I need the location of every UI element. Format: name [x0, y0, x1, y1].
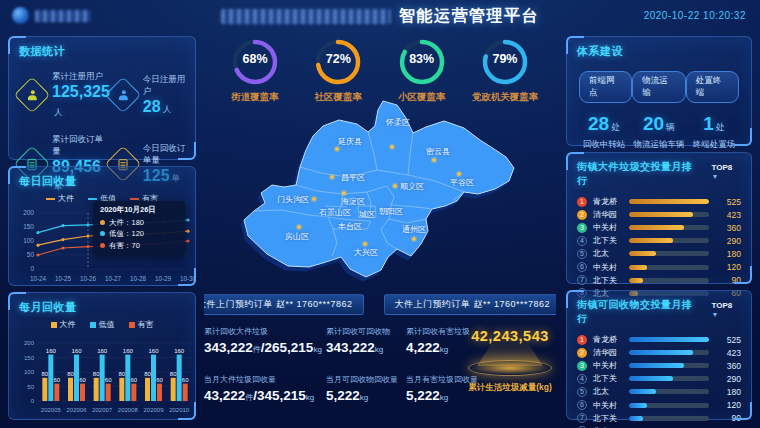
ranking-bar-track [629, 251, 709, 256]
legend-swatch [51, 322, 57, 328]
svg-text:202007: 202007 [92, 407, 113, 413]
svg-text:0: 0 [30, 265, 34, 272]
svg-text:202010: 202010 [169, 407, 190, 413]
gauge-community-coverage: 72% 社区覆盖率 [297, 38, 379, 104]
ticker-order-item: 大件上门预约订单 赵** 1760***7862 [384, 294, 556, 315]
order-ticker: 大件上门预约订单 赵** 1760***7862 大件上门预约订单 赵** 17… [204, 294, 556, 315]
registered-users-icon [28, 90, 37, 100]
ranking-value: 360 [715, 223, 741, 233]
svg-text:0: 0 [31, 398, 35, 404]
ranking-bar-fill [629, 251, 656, 256]
system-tabs: 前端网点 物流运输 处置终端 [567, 61, 751, 103]
ranking-name: 北下关 [593, 235, 623, 246]
svg-text:50: 50 [27, 384, 34, 390]
ranking-name: 北太 [593, 248, 623, 259]
tab-frontend-outlets[interactable]: 前端网点 [579, 71, 632, 103]
ranking-value: 180 [715, 387, 741, 397]
svg-text:160: 160 [123, 348, 134, 354]
ranking-bar-track [629, 337, 709, 342]
summary-v1: 343,222 [326, 340, 375, 355]
rank-badge: 7 [577, 413, 587, 423]
panel-title: 街镇可回收物交投量月排行 [567, 291, 711, 328]
ranking-bar-track [629, 199, 709, 204]
svg-text:202006: 202006 [66, 407, 87, 413]
panel-ranking-bulky-waste: 街镇大件垃圾交投量月排行 TOP8 ▼ 1青龙桥5252清华园4233中关村36… [566, 152, 752, 284]
ranking-row: 5北太180 [577, 247, 741, 260]
ticker-track: 大件上门预约订单 赵** 1760***7862 大件上门预约订单 赵** 17… [204, 294, 556, 315]
legend-swatch [129, 322, 135, 328]
district-dot [363, 242, 367, 246]
tooltip-row: 有害：70 [100, 240, 178, 251]
tooltip-dot [100, 231, 105, 236]
ranking-value: 525 [715, 197, 741, 207]
district-dot [312, 197, 316, 201]
tooltip-date: 2020年10月26日 [100, 205, 178, 215]
rank-badge: 4 [577, 374, 587, 384]
top8-dropdown[interactable]: TOP8 ▼ [711, 301, 741, 319]
district-label: 顺义区 [400, 182, 424, 191]
panel-monthly-recycling: 每月回收量 大件低值有害 050100150200801606020200580… [8, 292, 196, 420]
svg-text:60: 60 [156, 377, 163, 383]
ranking-value: 120 [715, 400, 741, 410]
panel-title: 每日回收量 [9, 167, 195, 191]
svg-text:80: 80 [67, 371, 74, 377]
svg-text:80: 80 [93, 371, 100, 377]
gauge-percent: 72% [311, 52, 365, 66]
district-label: 怀柔区 [385, 117, 410, 127]
ranking-value: 290 [715, 236, 741, 246]
stat-unit: 人 [54, 107, 63, 117]
summary-u1: kg [440, 393, 448, 402]
ranking-name: 北下关 [593, 373, 623, 384]
summary-u1: kg [360, 393, 368, 402]
svg-text:160: 160 [148, 348, 159, 354]
system-stats: 28处 回收中转站 20辆 物流运输车辆 1处 终端处置场 [567, 103, 751, 151]
svg-text:10-27: 10-27 [105, 275, 122, 282]
svg-text:80: 80 [118, 371, 125, 377]
tab-logistics[interactable]: 物流运输 [632, 71, 685, 103]
ranking-bar-fill [629, 376, 673, 381]
district-label: 房山区 [285, 232, 309, 241]
rank-badge: 6 [577, 262, 587, 272]
tooltip-dot [100, 220, 105, 225]
stat-disposal-site: 1处 终端处置场 [687, 113, 741, 151]
svg-text:100: 100 [23, 237, 34, 244]
summary-v1: 4,222 [406, 340, 440, 355]
top8-dropdown[interactable]: TOP8 ▼ [711, 163, 741, 181]
svg-text:200: 200 [24, 340, 35, 346]
legend-item: 大件 [46, 193, 74, 204]
legend-item: 有害 [129, 319, 154, 330]
stat-value: 28 [588, 113, 609, 134]
chevron-down-icon: ▼ [711, 173, 718, 180]
ranking-list: 1青龙桥5252清华园4233中关村3604北下关2905北太1806中关村12… [567, 190, 751, 300]
page-title: 智能运营管理平台 [399, 6, 539, 27]
district-dot [330, 175, 334, 179]
svg-text:150: 150 [23, 223, 34, 230]
ranking-bar-fill [629, 389, 656, 394]
gauge-percent: 79% [478, 52, 532, 66]
stat-number: 125,325 [52, 83, 110, 100]
tab-disposal-terminal[interactable]: 处置终端 [686, 71, 739, 103]
ranking-value: 90 [715, 275, 741, 285]
stat-badge [104, 77, 141, 114]
svg-text:202005: 202005 [41, 407, 62, 413]
ranking-name: 北太 [593, 386, 623, 397]
ranking-name: 清华园 [593, 209, 623, 220]
panel-title: 每月回收量 [9, 293, 195, 317]
district-dot [412, 237, 416, 241]
svg-text:10-28: 10-28 [130, 275, 147, 282]
ranking-row: 1青龙桥525 [577, 333, 741, 346]
ranking-bar-track [629, 265, 709, 270]
summary-label: 累计回收可回收物 [326, 326, 406, 337]
ranking-bar-fill [629, 337, 709, 342]
stat-transfer-stations: 28处 回收中转站 [577, 113, 631, 151]
stat-text: 今日注册用户28人 [143, 74, 189, 116]
gauge-ring: 68% [228, 38, 282, 88]
today-users-icon [118, 90, 127, 100]
svg-text:10-25: 10-25 [55, 275, 72, 282]
district-label: 延庆县 [337, 137, 362, 146]
district-dot [432, 158, 436, 162]
district-dot [297, 225, 301, 229]
svg-text:100: 100 [24, 369, 35, 375]
svg-text:50: 50 [27, 251, 35, 258]
ranking-bar-track [629, 278, 709, 283]
